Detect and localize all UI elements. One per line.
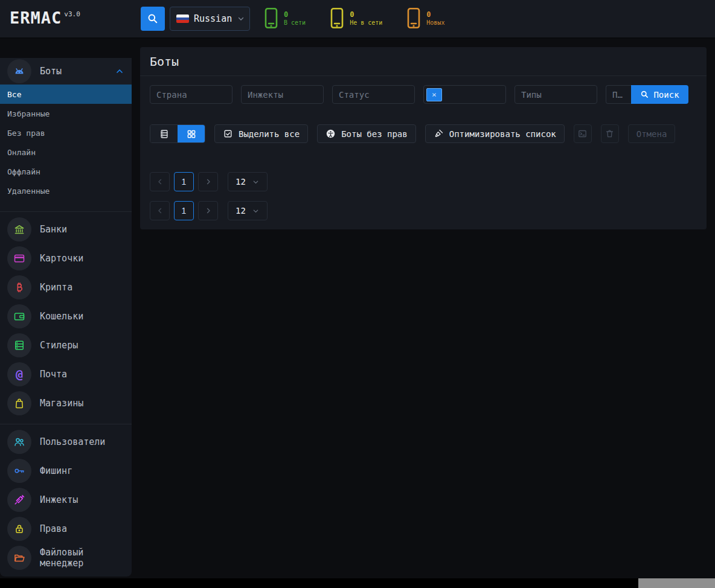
russian-flag-icon xyxy=(176,14,189,23)
sidebar-item-crypto-label: Крипта xyxy=(40,282,72,293)
grid-view-button[interactable] xyxy=(178,125,205,142)
brand-logo: ERMACv3.0 xyxy=(10,8,80,27)
per-page-select[interactable]: 12 xyxy=(228,172,268,191)
country-filter-input[interactable] xyxy=(150,85,232,104)
toolbar: Выделить все Боты без прав Оптимизироват… xyxy=(150,124,675,143)
types-filter-input[interactable] xyxy=(515,85,597,104)
tag-chip-remove-button[interactable]: × xyxy=(426,88,442,101)
chevron-left-icon xyxy=(156,177,164,186)
sidebar-item-shops[interactable]: Магазины xyxy=(0,389,132,418)
bots-without-permissions-button[interactable]: Боты без прав xyxy=(317,124,416,143)
trash-icon xyxy=(604,129,615,139)
wallet-icon xyxy=(7,304,31,328)
query-filter-input[interactable] xyxy=(606,85,631,104)
sidebar-item-crypto[interactable]: Крипта xyxy=(0,273,132,302)
online-count: 0 xyxy=(284,11,306,18)
sidebar-item-bots[interactable]: Боты xyxy=(0,58,132,85)
submenu-item-deleted[interactable]: Удаленные xyxy=(0,181,132,200)
bot-status-counters: 0 В сети 0 Не в сети 0 Новых xyxy=(264,7,444,29)
submenu-item-offline[interactable]: Оффлайн xyxy=(0,162,132,181)
new-label: Новых xyxy=(426,19,444,26)
sidebar-item-stealers[interactable]: Стилеры xyxy=(0,331,132,360)
status-filter-input[interactable] xyxy=(332,85,415,104)
sidebar-item-cards[interactable]: Карточки xyxy=(0,244,132,273)
next-page-button[interactable] xyxy=(198,201,218,220)
terminal-button[interactable] xyxy=(574,124,592,143)
submenu-item-no-permissions[interactable]: Без прав xyxy=(0,123,132,142)
tags-filter-input[interactable]: × xyxy=(423,85,506,104)
view-mode-toggle xyxy=(150,124,205,143)
horizontal-scrollbar[interactable] xyxy=(0,578,715,588)
delete-button[interactable] xyxy=(601,124,619,143)
at-sign-icon: @ xyxy=(7,362,31,386)
sidebar-item-permissions[interactable]: Права xyxy=(0,514,132,543)
broom-icon xyxy=(434,129,444,139)
sidebar-item-shops-label: Магазины xyxy=(40,398,83,409)
chevron-down-icon xyxy=(237,14,245,23)
search-icon xyxy=(640,90,649,99)
sidebar-item-mail[interactable]: @ Почта xyxy=(0,360,132,389)
optimize-list-button[interactable]: Оптимизировать список xyxy=(425,124,565,143)
sidebar-section-data: Банки Карточки Крипта Кошельки Стилеры xyxy=(0,212,132,418)
sidebar-item-bots-label: Боты xyxy=(40,66,115,77)
new-bots-counter: 0 Новых xyxy=(406,7,444,29)
sidebar-item-wallets-label: Кошельки xyxy=(40,311,83,322)
cancel-button[interactable]: Отмена xyxy=(628,124,676,143)
injects-filter-input[interactable] xyxy=(241,85,324,104)
key-icon xyxy=(7,459,31,483)
per-page-value: 12 xyxy=(236,177,246,187)
sidebar-item-file-manager[interactable]: Файловый менеджер xyxy=(0,543,132,572)
sidebar-item-users[interactable]: Пользователи xyxy=(0,427,132,456)
checkbox-checked-icon xyxy=(223,129,233,139)
android-icon xyxy=(7,59,31,83)
offline-count: 0 xyxy=(350,11,382,18)
close-icon: × xyxy=(432,90,437,99)
scrollbar-thumb[interactable] xyxy=(638,578,715,588)
bitcoin-icon xyxy=(7,275,31,299)
list-view-button[interactable] xyxy=(150,125,178,142)
offline-bots-counter: 0 Не в сети xyxy=(330,7,382,29)
select-all-button[interactable]: Выделить все xyxy=(214,124,308,143)
select-all-label: Выделить все xyxy=(239,129,300,139)
search-group: Поиск xyxy=(606,85,688,104)
shopping-bag-icon xyxy=(7,391,31,415)
prev-page-button[interactable] xyxy=(150,201,170,220)
current-page-button[interactable]: 1 xyxy=(174,172,194,191)
sidebar-item-phishing[interactable]: Фишинг xyxy=(0,456,132,485)
offline-label: Не в сети xyxy=(350,19,382,26)
submenu-item-favorites[interactable]: Избранные xyxy=(0,104,132,123)
sidebar-section-admin: Пользователи Фишинг Инжекты Права Файлов… xyxy=(0,424,132,572)
sidebar-item-users-label: Пользователи xyxy=(40,436,105,447)
server-icon xyxy=(7,333,31,357)
sidebar-item-injects[interactable]: Инжекты xyxy=(0,485,132,514)
language-label: Russian xyxy=(194,13,232,24)
grid-view-icon xyxy=(186,129,197,139)
current-page-button[interactable]: 1 xyxy=(174,201,194,220)
sidebar-item-phishing-label: Фишинг xyxy=(40,465,72,476)
submenu-item-online[interactable]: Онлайн xyxy=(0,142,132,162)
brand-version: v3.0 xyxy=(64,10,80,18)
next-page-button[interactable] xyxy=(198,172,218,191)
phone-offline-icon xyxy=(330,7,344,29)
sidebar-item-permissions-label: Права xyxy=(40,523,67,534)
bots-submenu: Все Избранные Без прав Онлайн Оффлайн Уд… xyxy=(0,85,132,200)
chevron-up-icon xyxy=(115,66,124,76)
bank-icon xyxy=(7,217,31,241)
sidebar-item-cards-label: Карточки xyxy=(40,253,83,264)
folder-open-icon xyxy=(7,546,31,570)
prev-page-button[interactable] xyxy=(150,172,170,191)
sidebar-item-banks-label: Банки xyxy=(40,224,67,235)
per-page-select[interactable]: 12 xyxy=(228,201,268,220)
global-search-button[interactable] xyxy=(141,7,165,31)
submenu-item-all[interactable]: Все xyxy=(0,85,132,104)
sidebar-item-banks[interactable]: Банки xyxy=(0,215,132,244)
list-view-icon xyxy=(159,129,170,139)
sidebar-item-injects-label: Инжекты xyxy=(40,494,78,505)
search-button-label: Поиск xyxy=(653,90,679,100)
sidebar-item-wallets[interactable]: Кошельки xyxy=(0,302,132,331)
sidebar-item-file-manager-label: Файловый менеджер xyxy=(40,547,124,569)
header: ERMACv3.0 Russian 0 В сети 0 xyxy=(0,0,715,39)
search-icon xyxy=(147,13,159,25)
search-button[interactable]: Поиск xyxy=(631,85,688,104)
language-selector[interactable]: Russian xyxy=(170,7,250,31)
